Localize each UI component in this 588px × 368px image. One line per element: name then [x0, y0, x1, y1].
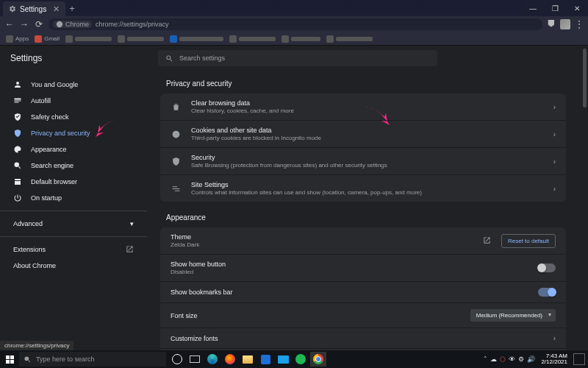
sidebar-item-label: Privacy and security — [31, 130, 90, 137]
tray-notifications-icon[interactable] — [573, 353, 585, 365]
window-close-button[interactable]: ✕ — [566, 0, 588, 16]
system-tray: ˄ ☁ ⬡ 👁 ⚙ 🔊 7:43 AM 2/12/2021 — [481, 353, 588, 365]
browser-titlebar: Settings ✕ + — ❐ ✕ — [0, 0, 588, 16]
chevron-right-icon: › — [553, 334, 556, 342]
tray-volume-icon[interactable]: 🔊 — [527, 355, 535, 363]
task-view-icon[interactable] — [187, 352, 203, 367]
tray-onedrive-icon[interactable]: ☁ — [490, 355, 497, 363]
tray-network-icon[interactable]: 👁 — [509, 355, 515, 363]
sidebar-item-label: Appearance — [31, 146, 67, 153]
safety-check-icon — [13, 113, 22, 121]
window-maximize-button[interactable]: ❐ — [544, 0, 566, 16]
sidebar-item-you-and-google[interactable]: You and Google — [0, 77, 147, 93]
explorer-icon[interactable] — [240, 352, 256, 367]
tab-close-button[interactable]: ✕ — [53, 4, 60, 14]
omnibox-chip: Chrome — [53, 21, 92, 28]
start-button[interactable] — [0, 355, 19, 364]
cortana-icon[interactable] — [169, 352, 185, 367]
reload-button[interactable]: ⟳ — [34, 19, 44, 29]
row-site-settings[interactable]: Site Settings Controls what information … — [160, 175, 566, 202]
bookmarks-bar-toggle[interactable] — [538, 288, 556, 297]
sidebar-item-label: Search engine — [31, 162, 74, 169]
sidebar-item-default-browser[interactable]: Default browser — [0, 174, 147, 190]
titlebar-drag-area[interactable] — [79, 0, 522, 16]
window-minimize-button[interactable]: — — [522, 0, 544, 16]
row-font-size[interactable]: Font size Medium (Recommended) — [160, 303, 566, 328]
sidebar-item-about-chrome[interactable]: About Chrome — [0, 258, 147, 274]
row-show-bookmarks-bar[interactable]: Show bookmarks bar — [160, 282, 566, 303]
settings-title: Settings — [10, 53, 42, 63]
forward-button[interactable]: → — [19, 19, 29, 29]
home-button-toggle[interactable] — [538, 263, 556, 272]
apps-icon — [6, 35, 13, 43]
bookmarks-gmail[interactable]: Gmail — [35, 35, 60, 43]
sidebar-item-label: Autofill — [31, 97, 51, 105]
tray-security-icon[interactable]: ⬡ — [500, 355, 506, 363]
tab-title: Settings — [20, 5, 46, 13]
new-tab-button[interactable]: + — [65, 0, 79, 16]
edge-icon[interactable] — [204, 352, 220, 367]
sidebar-item-search-engine[interactable]: Search engine — [0, 158, 147, 174]
row-security[interactable]: Security Safe Browsing (protection from … — [160, 148, 566, 175]
menu-button[interactable]: ⋮ — [575, 19, 584, 29]
gear-icon — [9, 5, 16, 13]
svg-point-1 — [172, 130, 179, 138]
tray-chevron-icon[interactable]: ˄ — [484, 355, 487, 363]
row-customize-fonts[interactable]: Customize fonts › — [160, 328, 566, 349]
annotation-arrow — [96, 116, 132, 138]
address-bar[interactable]: Chrome chrome://settings/privacy — [49, 18, 542, 30]
firefox-icon[interactable] — [222, 352, 238, 367]
row-subtitle: Controls what information sites can use … — [191, 189, 543, 196]
sidebar-item-autofill[interactable]: Autofill — [0, 93, 147, 109]
tray-clock[interactable]: 7:43 AM 2/12/2021 — [538, 353, 570, 365]
sidebar-item-advanced[interactable]: Advanced ▾ — [0, 216, 147, 232]
bookmark-item[interactable] — [118, 35, 164, 43]
scrollbar-thumb[interactable] — [583, 49, 587, 107]
tray-wifi-icon[interactable]: ⚙ — [518, 355, 524, 363]
bookmark-item[interactable] — [229, 35, 276, 43]
taskbar-search[interactable]: Type here to search — [19, 352, 166, 367]
open-external-icon — [126, 245, 134, 255]
bookmarks-gmail-label: Gmail — [44, 35, 60, 42]
reset-theme-button[interactable]: Reset to default — [501, 234, 556, 248]
row-home-button[interactable]: Show home button Disabled — [160, 255, 566, 282]
bookmark-item[interactable] — [326, 35, 373, 43]
back-button[interactable]: ← — [4, 19, 15, 29]
mail-icon[interactable] — [275, 352, 291, 367]
row-title: Font size — [171, 312, 460, 319]
annotation-arrow — [353, 105, 390, 127]
shield-icon — [13, 129, 22, 138]
person-icon — [13, 80, 22, 89]
bookmark-item[interactable] — [65, 35, 112, 43]
row-page-zoom[interactable]: Page zoom 100% — [160, 349, 566, 350]
bookmark-item[interactable] — [282, 35, 320, 43]
row-title: Cookies and other site data — [191, 127, 543, 134]
profile-avatar[interactable] — [560, 19, 570, 29]
shield-icon — [171, 157, 181, 166]
extension-icon[interactable]: ⛊ — [547, 19, 556, 29]
browser-tab-settings[interactable]: Settings ✕ — [3, 1, 65, 16]
gmail-icon — [35, 35, 42, 43]
spotify-icon[interactable] — [293, 352, 309, 367]
cookie-icon — [171, 130, 181, 139]
row-title: Security — [191, 154, 543, 161]
bookmarks-apps[interactable]: Apps — [6, 35, 29, 43]
store-icon[interactable] — [257, 352, 273, 367]
taskbar-search-placeholder: Type here to search — [36, 355, 95, 363]
row-subtitle: Safe Browsing (protection from dangerous… — [191, 162, 543, 169]
open-external-icon[interactable] — [483, 236, 491, 246]
row-theme[interactable]: Theme Zelda Dark Reset to default — [160, 227, 566, 255]
appearance-card: Theme Zelda Dark Reset to default Show h… — [160, 227, 566, 350]
sidebar-item-extensions[interactable]: Extensions — [0, 241, 147, 258]
row-subtitle: Zelda Dark — [171, 241, 473, 248]
section-title-appearance: Appearance — [166, 213, 566, 222]
bookmark-item[interactable] — [170, 35, 223, 43]
search-icon — [13, 161, 22, 170]
font-size-select[interactable]: Medium (Recommended) — [470, 309, 556, 322]
sidebar-extensions-label: Extensions — [13, 246, 46, 253]
tray-date: 2/12/2021 — [541, 359, 567, 365]
sidebar-item-appearance[interactable]: Appearance — [0, 141, 147, 158]
sidebar-item-label: Safety check — [31, 113, 69, 121]
sidebar-item-on-startup[interactable]: On startup — [0, 190, 147, 206]
chrome-icon[interactable] — [310, 352, 326, 367]
